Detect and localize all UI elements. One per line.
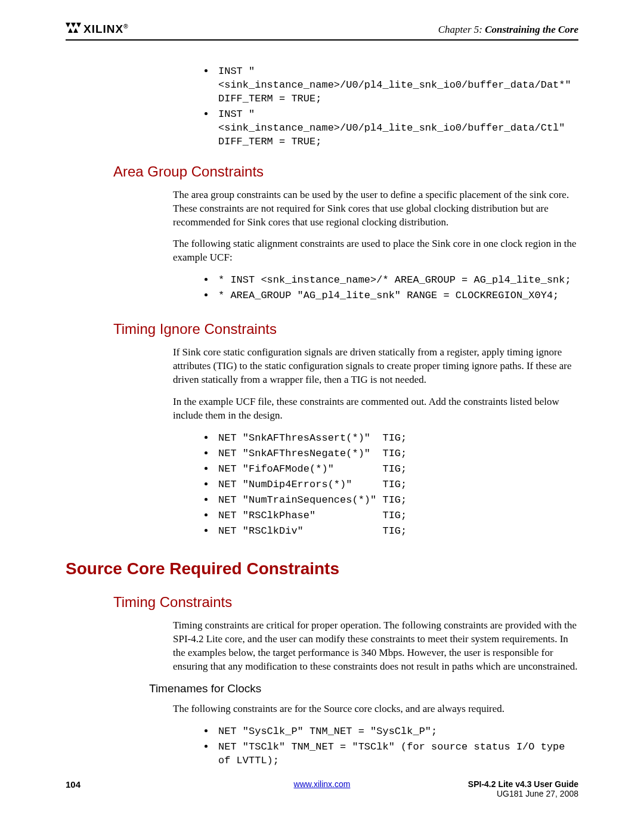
list-item: * AREA_GROUP "AG_pl4_lite_snk" RANGE = C… xyxy=(215,289,578,303)
intro-code-list: INST "<sink_instance_name>/U0/pl4_lite_s… xyxy=(215,64,578,149)
list-item: NET "SysClk_P" TNM_NET = "SysClk_P"; xyxy=(215,724,578,739)
list-item: NET "SnkAFThresNegate(*)" TIG; xyxy=(215,447,578,461)
footer-link[interactable]: www.xilinx.com xyxy=(294,779,351,789)
svg-marker-2 xyxy=(76,23,81,27)
list-item: NET "SnkAFThresAssert(*)" TIG; xyxy=(215,431,578,445)
svg-marker-3 xyxy=(68,28,73,33)
list-item: NET "RSClkPhase" TIG; xyxy=(215,509,578,523)
body-paragraph: The following static alignment constrain… xyxy=(173,237,578,265)
list-item: INST "<sink_instance_name>/U0/pl4_lite_s… xyxy=(215,107,578,149)
body-paragraph: The area group constraints can be used b… xyxy=(173,188,578,230)
list-item: NET "RSClkDiv" TIG; xyxy=(215,524,578,538)
svg-marker-0 xyxy=(66,23,70,27)
footer-right: SPI-4.2 Lite v4.3 User Guide UG181 June … xyxy=(468,779,578,798)
xilinx-logo-text: XILINX® xyxy=(83,23,129,36)
svg-marker-4 xyxy=(73,28,78,33)
svg-marker-1 xyxy=(71,23,76,27)
chapter-heading: Chapter 5: Constraining the Core xyxy=(438,24,578,36)
list-item: INST "<sink_instance_name>/U0/pl4_lite_s… xyxy=(215,64,578,106)
body-paragraph: In the example UCF file, these constrain… xyxy=(173,395,578,423)
timenames-code-list: NET "SysClk_P" TNM_NET = "SysClk_P"; NET… xyxy=(215,724,578,768)
area-group-code-list: * INST <snk_instance_name>/* AREA_GROUP … xyxy=(215,273,578,303)
list-item: * INST <snk_instance_name>/* AREA_GROUP … xyxy=(215,273,578,287)
body-paragraph: The following constraints are for the So… xyxy=(173,702,578,716)
timing-ignore-code-list: NET "SnkAFThresAssert(*)" TIG; NET "SnkA… xyxy=(215,431,578,538)
list-item: NET "NumTrainSequences(*)" TIG; xyxy=(215,493,578,507)
timing-ignore-heading: Timing Ignore Constraints xyxy=(113,321,578,337)
page-footer: 104 www.xilinx.com SPI-4.2 Lite v4.3 Use… xyxy=(66,779,578,798)
xilinx-logo-icon xyxy=(66,23,81,36)
timenames-heading: Timenames for Clocks xyxy=(149,682,578,695)
footer-guide-title: SPI-4.2 Lite v4.3 User Guide xyxy=(468,779,578,789)
page-header: XILINX® Chapter 5: Constraining the Core xyxy=(66,23,578,41)
chapter-prefix: Chapter 5: xyxy=(438,24,485,35)
page-number: 104 xyxy=(66,779,80,789)
list-item: NET "NumDip4Errors(*)" TIG; xyxy=(215,478,578,492)
area-group-heading: Area Group Constraints xyxy=(113,163,578,180)
body-paragraph: If Sink core static configuration signal… xyxy=(173,346,578,387)
xilinx-logo: XILINX® xyxy=(66,23,129,36)
footer-doc-id: UG181 June 27, 2008 xyxy=(468,789,578,798)
body-paragraph: Timing constraints are critical for prop… xyxy=(173,619,578,674)
document-page: XILINX® Chapter 5: Constraining the Core… xyxy=(0,0,644,833)
list-item: NET "FifoAFMode(*)" TIG; xyxy=(215,462,578,476)
chapter-title: Constraining the Core xyxy=(485,24,578,35)
source-core-heading: Source Core Required Constraints xyxy=(66,559,578,578)
timing-constraints-heading: Timing Constraints xyxy=(113,594,578,611)
page-content: INST "<sink_instance_name>/U0/pl4_lite_s… xyxy=(66,64,578,768)
list-item: NET "TSClk" TNM_NET = "TSClk" (for sourc… xyxy=(215,740,578,768)
